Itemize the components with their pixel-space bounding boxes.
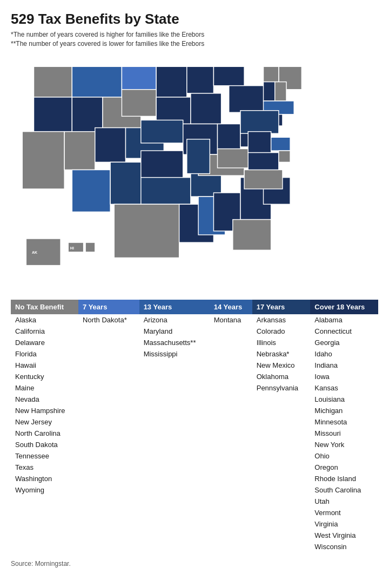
legend-cell [78, 326, 139, 337]
legend-cell [210, 416, 252, 428]
legend-cell [139, 450, 210, 462]
svg-rect-29 [240, 111, 279, 133]
legend-cell [78, 337, 139, 348]
legend-cell: Ohio [310, 450, 378, 462]
legend-cell: Louisiana [310, 394, 378, 405]
svg-rect-41 [114, 204, 179, 258]
legend-cell [78, 348, 139, 360]
legend-cell [139, 518, 210, 530]
svg-rect-33 [141, 178, 191, 205]
legend-cell: Rhode Island [310, 473, 378, 484]
legend-cell [252, 439, 311, 450]
legend-cell [252, 450, 311, 462]
svg-rect-38 [248, 153, 279, 172]
legend-cell: Indiana [310, 360, 378, 371]
col-header-13: 13 Years [139, 300, 210, 314]
svg-text:AK: AK [32, 251, 38, 255]
legend-cell [252, 428, 311, 439]
legend-cell: New York [310, 439, 378, 450]
svg-rect-6 [213, 66, 244, 85]
legend-cell [78, 496, 139, 507]
legend-table: No Tax Benefit 7 Years 13 Years 14 Years… [11, 300, 378, 552]
legend-cell [252, 496, 311, 507]
legend-cell [78, 462, 139, 473]
svg-rect-23 [95, 128, 126, 163]
svg-rect-16 [263, 82, 274, 101]
legend-cell: Arkansas [252, 314, 311, 326]
us-map: AK HI [11, 55, 378, 294]
legend-cell: Arizona [139, 314, 210, 326]
legend-cell: Pennsylvania [252, 382, 311, 394]
legend-cell: Hawaii [11, 360, 78, 371]
legend-cell [78, 405, 139, 416]
legend-cell [210, 473, 252, 484]
col-header-17: 17 Years [252, 300, 311, 314]
page-title: 529 Tax Benefits by State [11, 11, 378, 28]
legend-cell: Massachusetts** [139, 337, 210, 348]
legend-cell [78, 360, 139, 371]
legend-cell: North Carolina [11, 428, 78, 439]
legend-cell [139, 530, 210, 541]
svg-rect-39 [271, 137, 290, 151]
svg-rect-50 [26, 239, 61, 266]
legend-cell: Wyoming [11, 484, 78, 496]
col-header-14: 14 Years [210, 300, 252, 314]
legend-cell: Virginia [310, 518, 378, 530]
legend-cell [78, 518, 139, 530]
legend-cell: New Mexico [252, 360, 311, 371]
legend-cell [139, 360, 210, 371]
svg-rect-37 [248, 132, 271, 153]
legend-cell [78, 428, 139, 439]
legend-cell [210, 360, 252, 371]
legend-cell: California [11, 326, 78, 337]
legend-cell: Tennessee [11, 450, 78, 462]
legend-cell [78, 394, 139, 405]
svg-rect-2 [72, 66, 122, 97]
legend-cell [139, 371, 210, 382]
legend-cell: Montana [210, 314, 252, 326]
svg-rect-53 [85, 242, 95, 252]
legend-cell: Nevada [11, 394, 78, 405]
legend-cell [78, 507, 139, 518]
legend-cell [78, 484, 139, 496]
footnote-1: *The number of years covered is higher f… [11, 31, 378, 38]
legend-cell: Illinois [252, 337, 311, 348]
legend-cell [252, 530, 311, 541]
svg-rect-12 [122, 90, 156, 117]
svg-text:HI: HI [70, 246, 74, 251]
legend-cell [252, 518, 311, 530]
legend-cell: Kentucky [11, 371, 78, 382]
legend-cell [139, 541, 210, 552]
legend-cell [139, 439, 210, 450]
legend-cell [210, 371, 252, 382]
legend-cell [139, 382, 210, 394]
legend-cell: Utah [310, 496, 378, 507]
svg-rect-46 [233, 220, 271, 251]
legend-cell: Florida [11, 348, 78, 360]
legend-cell: Maine [11, 382, 78, 394]
legend-cell [139, 416, 210, 428]
legend-cell [139, 405, 210, 416]
legend-cell [210, 450, 252, 462]
legend-cell [210, 496, 252, 507]
legend-cell [252, 507, 311, 518]
svg-rect-22 [64, 132, 95, 170]
svg-rect-32 [141, 151, 183, 178]
legend-cell [210, 439, 252, 450]
legend-cell [78, 371, 139, 382]
legend-cell [78, 541, 139, 552]
svg-rect-25 [141, 120, 183, 143]
legend-cell: Vermont [310, 507, 378, 518]
svg-rect-1 [34, 66, 72, 97]
legend-cell [252, 405, 311, 416]
legend-cell [78, 382, 139, 394]
svg-rect-27 [217, 124, 240, 151]
legend-cell: Maryland [139, 326, 210, 337]
legend-cell [210, 507, 252, 518]
legend-cell: Iowa [310, 371, 378, 382]
svg-rect-8 [263, 66, 278, 82]
svg-rect-49 [187, 139, 210, 174]
legend-cell [139, 394, 210, 405]
legend-cell: Washington [11, 473, 78, 484]
legend-cell [139, 473, 210, 484]
